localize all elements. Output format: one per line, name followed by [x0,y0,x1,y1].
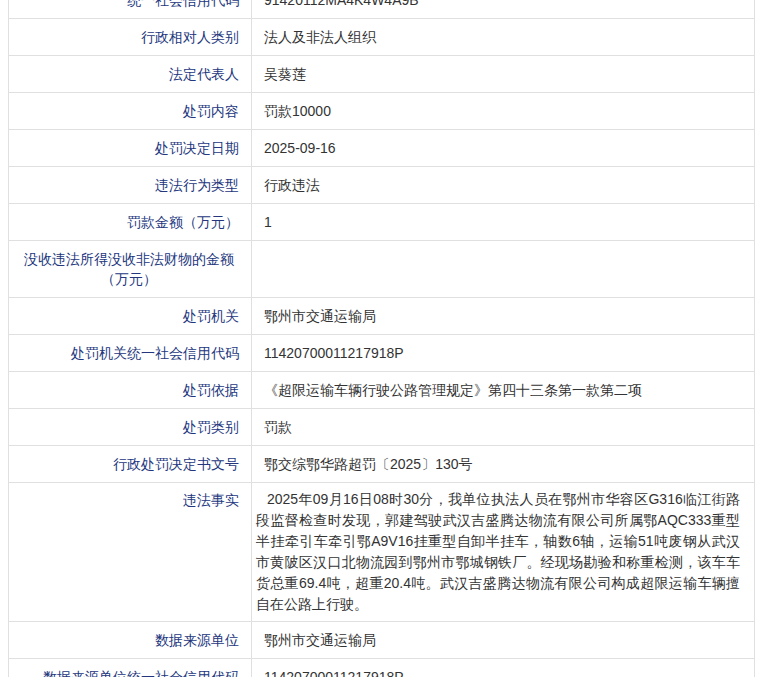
field-label: 行政相对人类别 [9,19,252,56]
table-row: 违法事实2025年09月16日08时30分，我单位执法人员在鄂州市华容区G316… [9,483,755,622]
field-label: 处罚内容 [9,93,252,130]
field-value: 鄂州市交通运输局 [252,622,755,659]
table-row: 处罚类别罚款 [9,409,755,446]
table-row: 数据来源单位统一社会信用代码11420700011217918P [9,659,755,677]
table-row: 罚款金额（万元）1 [9,204,755,241]
field-value [252,241,755,298]
field-label: 违法事实 [9,483,252,622]
penalty-detail-table: 统一社会信用代码91420112MA4K4W4A9B行政相对人类别法人及非法人组… [8,0,755,677]
field-label: 处罚类别 [9,409,252,446]
field-value: 91420112MA4K4W4A9B [252,0,755,19]
field-label: 处罚机关 [9,298,252,335]
field-value: 1 [252,204,755,241]
penalty-table-body: 统一社会信用代码91420112MA4K4W4A9B行政相对人类别法人及非法人组… [9,0,755,677]
table-row: 行政相对人类别法人及非法人组织 [9,19,755,56]
table-row: 处罚机关统一社会信用代码11420700011217918P [9,335,755,372]
field-label: 数据来源单位 [9,622,252,659]
field-value: 11420700011217918P [252,335,755,372]
field-value: 11420700011217918P [252,659,755,677]
field-label: 处罚决定日期 [9,130,252,167]
field-value: 2025年09月16日08时30分，我单位执法人员在鄂州市华容区G316临江街路… [252,483,755,622]
field-value: 行政违法 [252,167,755,204]
penalty-detail-table-wrap: 统一社会信用代码91420112MA4K4W4A9B行政相对人类别法人及非法人组… [8,0,755,677]
field-label: 没收违法所得没收非法财物的金额（万元） [9,241,252,298]
field-value: 吴葵莲 [252,56,755,93]
field-label: 处罚机关统一社会信用代码 [9,335,252,372]
field-label: 统一社会信用代码 [9,0,252,19]
table-row: 处罚机关鄂州市交通运输局 [9,298,755,335]
table-row: 违法行为类型行政违法 [9,167,755,204]
table-row: 法定代表人吴葵莲 [9,56,755,93]
table-row: 处罚依据《超限运输车辆行驶公路管理规定》第四十三条第一款第二项 [9,372,755,409]
field-value: 2025-09-16 [252,130,755,167]
table-row: 没收违法所得没收非法财物的金额（万元） [9,241,755,298]
table-row: 处罚内容罚款10000 [9,93,755,130]
field-label: 数据来源单位统一社会信用代码 [9,659,252,677]
field-value: 罚款 [252,409,755,446]
table-row: 数据来源单位鄂州市交通运输局 [9,622,755,659]
table-row: 行政处罚决定书文号鄂交综鄂华路超罚〔2025〕130号 [9,446,755,483]
field-value: 鄂州市交通运输局 [252,298,755,335]
field-label: 罚款金额（万元） [9,204,252,241]
field-value: 法人及非法人组织 [252,19,755,56]
field-label: 违法行为类型 [9,167,252,204]
field-label: 处罚依据 [9,372,252,409]
field-value: 鄂交综鄂华路超罚〔2025〕130号 [252,446,755,483]
table-row: 处罚决定日期2025-09-16 [9,130,755,167]
field-label: 行政处罚决定书文号 [9,446,252,483]
field-value: 《超限运输车辆行驶公路管理规定》第四十三条第一款第二项 [252,372,755,409]
penalty-detail-page: 统一社会信用代码91420112MA4K4W4A9B行政相对人类别法人及非法人组… [0,0,768,677]
field-label: 法定代表人 [9,56,252,93]
table-row: 统一社会信用代码91420112MA4K4W4A9B [9,0,755,19]
field-value: 罚款10000 [252,93,755,130]
